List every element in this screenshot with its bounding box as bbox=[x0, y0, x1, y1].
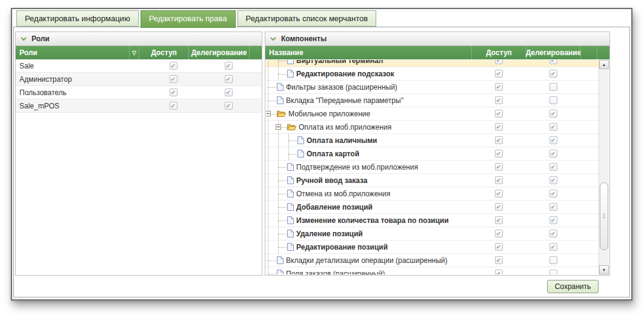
access-checkbox[interactable]: ✔ bbox=[495, 150, 503, 158]
tree-row[interactable]: Мобильное приложение ✔ ✔ bbox=[266, 107, 599, 121]
arrow-down-icon[interactable]: ▼ bbox=[599, 265, 609, 274]
access-checkbox[interactable]: ✔ bbox=[495, 123, 503, 131]
tree-item-label: Оплата наличными bbox=[307, 136, 377, 145]
tree-row[interactable]: Редактирование подсказок ✔ ✔ bbox=[266, 67, 599, 81]
tab-edit-rights[interactable]: Редактировать права bbox=[141, 10, 236, 28]
access-checkbox[interactable]: ✔ bbox=[495, 256, 503, 264]
delegation-checkbox[interactable]: ✔ bbox=[549, 243, 557, 251]
tree-row[interactable]: Оплата наличными ✔ ✔ bbox=[266, 134, 599, 147]
access-checkbox[interactable]: ✔ bbox=[495, 243, 503, 251]
tree-item: Оплата наличными bbox=[266, 134, 471, 147]
role-row[interactable]: Пользователь ✔ ✔ bbox=[16, 86, 262, 99]
tree-row[interactable]: Ручной ввод заказа ✔ ✔ bbox=[266, 174, 599, 187]
document-icon bbox=[287, 70, 294, 78]
save-button[interactable]: Сохранить bbox=[547, 280, 599, 293]
checkmark-icon: ✔ bbox=[496, 231, 501, 237]
column-header-delegation[interactable]: Делегирование bbox=[188, 46, 249, 59]
tree-row[interactable]: Поля заказов (расширенный) ✔ bbox=[266, 267, 599, 274]
delegation-checkbox[interactable]: ✔ bbox=[549, 136, 557, 144]
tree-elbow-line bbox=[276, 161, 287, 173]
delegation-checkbox[interactable] bbox=[549, 96, 557, 104]
tree-row[interactable]: Добавление позиций ✔ ✔ bbox=[266, 201, 599, 214]
tree-row[interactable]: Изменение количества товара по позиции ✔… bbox=[266, 214, 599, 227]
delegation-checkbox[interactable]: ✔ bbox=[549, 190, 557, 198]
tree-row[interactable]: Подтверждение из моб.приложения ✔ ✔ bbox=[266, 161, 599, 174]
role-row[interactable]: Sale_mPOS ✔ ✔ bbox=[16, 99, 262, 113]
delegation-checkbox[interactable]: ✔ bbox=[549, 70, 557, 78]
delegation-checkbox[interactable]: ✔ bbox=[549, 110, 557, 118]
delegation-checkbox[interactable]: ✔ bbox=[225, 75, 233, 83]
access-checkbox[interactable]: ✔ bbox=[495, 216, 503, 224]
access-checkbox[interactable]: ✔ bbox=[495, 110, 503, 118]
column-header-scroll-spacer bbox=[597, 46, 609, 59]
delegation-checkbox[interactable]: ✔ bbox=[549, 230, 557, 237]
tree-row[interactable]: Удаление позиций ✔ ✔ bbox=[266, 227, 599, 241]
delegation-checkbox[interactable]: ✔ bbox=[549, 150, 557, 158]
access-checkbox[interactable]: ✔ bbox=[495, 70, 503, 78]
access-checkbox[interactable]: ✔ bbox=[495, 190, 503, 198]
delegation-checkbox[interactable]: ✔ bbox=[225, 62, 233, 70]
delegation-checkbox[interactable]: ✔ bbox=[549, 60, 557, 64]
checkmark-icon: ✔ bbox=[496, 244, 501, 250]
roles-table-body: Sale ✔ ✔ Администратор ✔ ✔ Пользователь … bbox=[16, 59, 262, 113]
column-header-roles[interactable]: Роли bbox=[16, 46, 129, 59]
access-checkbox[interactable]: ✔ bbox=[495, 83, 503, 91]
tree-row[interactable]: Вкладка "Переданные параметры" ✔ bbox=[266, 94, 599, 107]
access-checkbox[interactable]: ✔ bbox=[495, 60, 503, 64]
delegation-checkbox[interactable]: ✔ bbox=[549, 123, 557, 131]
access-checkbox[interactable]: ✔ bbox=[495, 176, 503, 184]
roles-panel-title: Роли bbox=[32, 35, 50, 43]
components-panel-title: Компоненты bbox=[281, 35, 327, 43]
delegation-checkbox[interactable] bbox=[549, 83, 557, 91]
tree-row[interactable]: Оплата картой ✔ ✔ bbox=[266, 147, 599, 161]
column-header-access[interactable]: Доступ bbox=[139, 46, 188, 59]
scrollbar-thumb[interactable] bbox=[600, 182, 608, 250]
access-checkbox[interactable]: ✔ bbox=[495, 163, 503, 171]
delegation-checkbox[interactable]: ✔ bbox=[225, 88, 233, 96]
sort-triangle-icon[interactable]: ▽ bbox=[129, 46, 139, 59]
role-row[interactable]: Администратор ✔ ✔ bbox=[16, 73, 262, 86]
arrow-up-icon[interactable]: ▲ bbox=[599, 60, 609, 69]
chevron-down-icon[interactable] bbox=[21, 37, 27, 41]
column-header-access[interactable]: Доступ bbox=[471, 46, 526, 59]
access-checkbox[interactable]: ✔ bbox=[495, 230, 503, 237]
delegation-checkbox[interactable]: ✔ bbox=[549, 176, 557, 184]
tree-item-label: Фильтры заказов (расширенный) bbox=[286, 83, 397, 91]
tree-row[interactable]: Вкладки детализации операции (расширенны… bbox=[266, 254, 599, 267]
access-checkbox[interactable]: ✔ bbox=[495, 270, 503, 274]
access-checkbox[interactable]: ✔ bbox=[170, 62, 178, 70]
column-header-delegation[interactable]: Делегирование bbox=[526, 46, 580, 59]
delegation-checkbox[interactable]: ✔ bbox=[549, 216, 557, 224]
delegation-checkbox[interactable]: ✔ bbox=[549, 163, 557, 171]
chevron-down-icon[interactable] bbox=[270, 37, 276, 41]
tree-collapse-toggle[interactable] bbox=[266, 111, 271, 116]
role-row[interactable]: Sale ✔ ✔ bbox=[16, 59, 262, 73]
delegation-checkbox[interactable]: ✔ bbox=[225, 102, 233, 110]
delegation-checkbox[interactable] bbox=[549, 270, 557, 274]
checkmark-icon: ✔ bbox=[496, 111, 501, 117]
access-checkbox[interactable]: ✔ bbox=[495, 203, 503, 211]
tab-edit-info[interactable]: Редактировать информацию bbox=[16, 10, 139, 27]
access-checkbox[interactable]: ✔ bbox=[170, 102, 178, 110]
tree-row[interactable]: Виртуальный терминал ✔ ✔ bbox=[266, 60, 599, 67]
tree-row[interactable]: Оплата из моб.приложения ✔ ✔ bbox=[266, 121, 599, 134]
tree-elbow-line bbox=[276, 201, 287, 213]
tree-item-label: Редактирование позиций bbox=[296, 243, 388, 251]
delegation-checkbox[interactable] bbox=[549, 256, 557, 264]
tree-guide-line bbox=[266, 134, 276, 147]
tab-edit-merchants[interactable]: Редактировать список мерчантов bbox=[237, 10, 377, 27]
access-checkbox[interactable]: ✔ bbox=[170, 88, 178, 96]
tree-row[interactable]: Фильтры заказов (расширенный) ✔ bbox=[266, 81, 599, 94]
access-checkbox[interactable]: ✔ bbox=[170, 75, 178, 83]
column-header-name[interactable]: Название bbox=[265, 46, 471, 59]
checkmark-icon: ✔ bbox=[171, 76, 176, 82]
document-icon bbox=[297, 150, 304, 158]
delegation-checkbox[interactable]: ✔ bbox=[549, 203, 557, 211]
tree-collapse-toggle[interactable] bbox=[276, 124, 281, 130]
vertical-scrollbar[interactable]: ▲ ▼ bbox=[599, 60, 609, 274]
access-checkbox[interactable]: ✔ bbox=[495, 96, 503, 104]
access-checkbox[interactable]: ✔ bbox=[495, 136, 503, 144]
tree-row[interactable]: Редактирование позиций ✔ ✔ bbox=[266, 241, 599, 254]
checkmark-icon: ✔ bbox=[226, 63, 231, 69]
tree-row[interactable]: Отмена из моб.приложения ✔ ✔ bbox=[266, 187, 599, 201]
